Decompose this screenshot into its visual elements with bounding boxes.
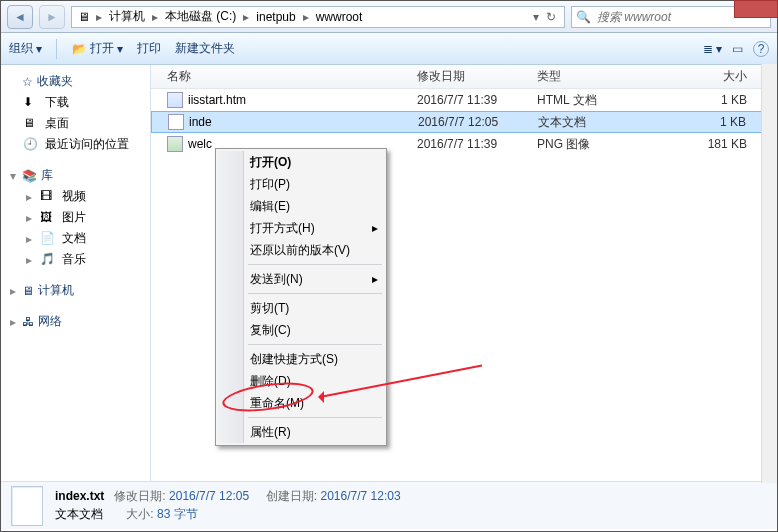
- star-icon: ☆: [22, 75, 33, 89]
- download-icon: ⬇: [23, 95, 39, 111]
- col-date[interactable]: 修改日期: [417, 68, 537, 85]
- sidebar-item-music[interactable]: ▸🎵音乐: [5, 249, 146, 270]
- col-name[interactable]: 名称: [167, 68, 417, 85]
- address-bar: ◄ ► 🖥 ▸ 计算机 ▸ 本地磁盘 (C:) ▸ inetpub ▸ wwwr…: [1, 1, 777, 33]
- context-menu-item[interactable]: 打开(O): [218, 151, 384, 173]
- print-button[interactable]: 打印: [137, 40, 161, 57]
- file-name: inde: [189, 115, 212, 129]
- file-date: 2016/7/7 11:39: [417, 137, 537, 151]
- sidebar: ☆收藏夹 ⬇下载 🖥桌面 🕘最近访问的位置 ▾📚库 ▸🎞视频 ▸🖼图片 ▸📄文档…: [1, 65, 151, 481]
- file-date: 2016/7/7 11:39: [417, 93, 537, 107]
- nav-forward-button[interactable]: ►: [39, 5, 65, 29]
- nav-back-button[interactable]: ◄: [7, 5, 33, 29]
- file-icon: [167, 92, 183, 108]
- file-date: 2016/7/7 12:05: [418, 115, 538, 129]
- details-pane: index.txt 修改日期: 2016/7/7 12:05 创建日期: 201…: [1, 481, 777, 529]
- file-size: 181 KB: [637, 137, 777, 151]
- computer-icon: 🖥: [76, 9, 92, 25]
- col-type[interactable]: 类型: [537, 68, 637, 85]
- annotation-arrow-head: [312, 391, 324, 403]
- file-size: 1 KB: [638, 115, 776, 129]
- file-type: 文本文档: [538, 114, 638, 131]
- sidebar-computer[interactable]: ▸🖥计算机: [5, 280, 146, 301]
- new-folder-button[interactable]: 新建文件夹: [175, 40, 235, 57]
- details-filetype: 文本文档: [55, 507, 103, 521]
- network-icon: 🖧: [22, 315, 34, 329]
- file-row[interactable]: inde2016/7/7 12:05文本文档1 KB: [151, 111, 777, 133]
- file-size: 1 KB: [637, 93, 777, 107]
- recent-icon: 🕘: [23, 137, 39, 153]
- sidebar-libraries[interactable]: ▾📚库: [5, 165, 146, 186]
- file-thumbnail: [11, 486, 43, 526]
- help-button[interactable]: ?: [753, 41, 769, 57]
- toolbar: 组织 ▾ 📂打开 ▾ 打印 新建文件夹 ≣ ▾ ▭ ?: [1, 33, 777, 65]
- sidebar-favorites[interactable]: ☆收藏夹: [5, 71, 146, 92]
- sidebar-item-pictures[interactable]: ▸🖼图片: [5, 207, 146, 228]
- context-menu-item[interactable]: 发送到(N)▸: [218, 268, 384, 290]
- column-headers: 名称 修改日期 类型 大小: [151, 65, 777, 89]
- breadcrumb-item[interactable]: 本地磁盘 (C:): [162, 8, 239, 25]
- preview-pane-button[interactable]: ▭: [732, 41, 743, 57]
- file-name: welc: [188, 137, 212, 151]
- context-menu-item[interactable]: 复制(C): [218, 319, 384, 341]
- view-button[interactable]: ≣ ▾: [703, 41, 722, 57]
- search-icon: 🔍: [576, 10, 591, 24]
- context-menu-item[interactable]: 还原以前的版本(V): [218, 239, 384, 261]
- desktop-icon: 🖥: [23, 116, 39, 132]
- context-menu-item[interactable]: 创建快捷方式(S): [218, 348, 384, 370]
- sidebar-item-downloads[interactable]: ⬇下载: [5, 92, 146, 113]
- breadcrumb-dropdown[interactable]: ▾ ↻: [529, 10, 560, 24]
- sidebar-network[interactable]: ▸🖧网络: [5, 311, 146, 332]
- file-type: PNG 图像: [537, 136, 637, 153]
- open-icon: 📂: [71, 41, 87, 57]
- breadcrumb[interactable]: 🖥 ▸ 计算机 ▸ 本地磁盘 (C:) ▸ inetpub ▸ wwwroot …: [71, 6, 565, 28]
- computer-icon: 🖥: [22, 284, 34, 298]
- context-menu-item[interactable]: 打印(P): [218, 173, 384, 195]
- picture-icon: 🖼: [40, 210, 56, 226]
- sidebar-item-desktop[interactable]: 🖥桌面: [5, 113, 146, 134]
- sidebar-item-recent[interactable]: 🕘最近访问的位置: [5, 134, 146, 155]
- breadcrumb-item[interactable]: wwwroot: [313, 10, 366, 24]
- breadcrumb-item[interactable]: inetpub: [253, 10, 298, 24]
- document-icon: 📄: [40, 231, 56, 247]
- file-icon: [167, 136, 183, 152]
- context-menu-item[interactable]: 属性(R): [218, 421, 384, 443]
- library-icon: 📚: [22, 169, 37, 183]
- file-icon: [168, 114, 184, 130]
- music-icon: 🎵: [40, 252, 56, 268]
- window-close-button[interactable]: [734, 0, 778, 18]
- video-icon: 🎞: [40, 189, 56, 205]
- col-size[interactable]: 大小: [637, 68, 777, 85]
- file-row[interactable]: iisstart.htm2016/7/7 11:39HTML 文档1 KB: [151, 89, 777, 111]
- open-button[interactable]: 📂打开 ▾: [71, 40, 123, 57]
- details-filename: index.txt: [55, 489, 104, 503]
- sidebar-item-videos[interactable]: ▸🎞视频: [5, 186, 146, 207]
- sidebar-item-documents[interactable]: ▸📄文档: [5, 228, 146, 249]
- context-menu-item[interactable]: 编辑(E): [218, 195, 384, 217]
- context-menu-item[interactable]: 打开方式(H)▸: [218, 217, 384, 239]
- scrollbar[interactable]: [761, 64, 777, 483]
- breadcrumb-item[interactable]: 计算机: [106, 8, 148, 25]
- file-name: iisstart.htm: [188, 93, 246, 107]
- file-type: HTML 文档: [537, 92, 637, 109]
- organize-button[interactable]: 组织 ▾: [9, 40, 42, 57]
- context-menu-item[interactable]: 剪切(T): [218, 297, 384, 319]
